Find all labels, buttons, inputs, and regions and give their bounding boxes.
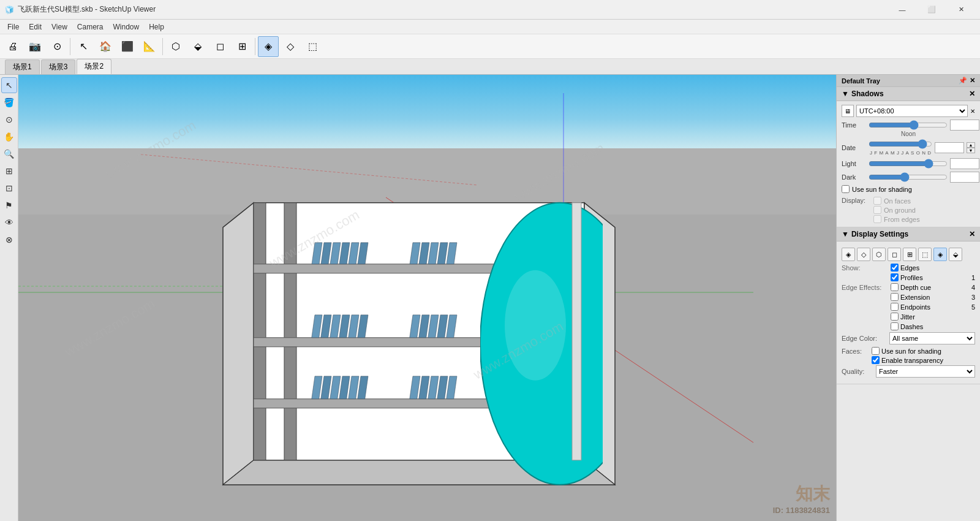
tb-style-hidden[interactable]: ⬚	[302, 36, 323, 57]
tool-paint[interactable]: 🪣	[1, 94, 17, 110]
tool-zoom-window[interactable]: ⊡	[1, 180, 17, 196]
time-input[interactable]: 13:30	[950, 120, 979, 131]
profiles-checkbox[interactable]	[891, 273, 899, 281]
jitter-checkbox[interactable]	[891, 313, 899, 321]
tb-home[interactable]: ⬛	[117, 36, 138, 57]
scene-tab-2[interactable]: 场景2	[77, 59, 111, 74]
viewport[interactable]: www.znzmo.com www.znzmo.com www.znzmo.co…	[18, 75, 836, 521]
on-ground-check[interactable]	[873, 206, 881, 214]
tb-print[interactable]: 🖨	[2, 36, 23, 57]
menu-help[interactable]: Help	[144, 21, 169, 32]
tool-select[interactable]: ↖	[1, 77, 17, 93]
light-row: Light 80 ▲ ▼	[842, 158, 975, 169]
scene-tab-3[interactable]: 场景3	[41, 59, 76, 74]
enable-transparency-checkbox[interactable]	[872, 356, 880, 364]
utc-close[interactable]: ✕	[970, 108, 975, 115]
endpoints-checkbox[interactable]	[891, 303, 899, 311]
menu-file[interactable]: File	[2, 21, 24, 32]
tb-style-shaded[interactable]: ◈	[258, 36, 279, 57]
dark-label: Dark	[842, 173, 866, 181]
light-slider[interactable]	[869, 159, 948, 168]
tb-top[interactable]: ⬡	[165, 36, 186, 57]
profiles-label[interactable]: Profiles	[891, 273, 923, 281]
tb-back[interactable]: ⊞	[232, 36, 252, 57]
from-edges-check[interactable]	[873, 215, 881, 223]
use-sun-shading-label[interactable]: Use sun for shading	[872, 347, 941, 355]
tb-box[interactable]: 📐	[139, 36, 160, 57]
close-button[interactable]: ✕	[947, 1, 975, 19]
display-settings-close[interactable]: ✕	[969, 230, 975, 238]
tb-select[interactable]: ↖	[73, 36, 94, 57]
tool-look-around[interactable]: 👁	[1, 215, 17, 230]
menu-camera[interactable]: Camera	[72, 21, 108, 32]
tool-walk[interactable]: ⚑	[1, 197, 17, 213]
sep2	[162, 38, 163, 55]
menu-window[interactable]: Window	[108, 21, 145, 32]
dark-input[interactable]: 45	[950, 172, 979, 183]
on-faces-label[interactable]: On faces	[873, 197, 920, 205]
enable-transparency-row: Enable transparency	[842, 356, 975, 364]
ds-icon-8[interactable]: ⬙	[949, 248, 962, 261]
from-edges-label[interactable]: From edges	[873, 215, 920, 223]
light-input[interactable]: 80	[950, 158, 979, 169]
jitter-label[interactable]: Jitter	[891, 313, 915, 321]
ds-icon-4[interactable]: ◻	[888, 248, 901, 261]
tb-iso[interactable]: ⬙	[187, 36, 208, 57]
on-ground-label[interactable]: On ground	[873, 206, 920, 214]
extension-label[interactable]: Extension	[891, 293, 930, 301]
time-slider[interactable]	[869, 121, 948, 129]
ds-icon-3[interactable]: ⬡	[872, 248, 886, 261]
ds-icon-1[interactable]: ◈	[842, 248, 855, 261]
tb-paint[interactable]: 🏠	[95, 36, 116, 57]
dashes-label[interactable]: Dashes	[891, 322, 923, 330]
dashes-checkbox[interactable]	[891, 322, 899, 330]
time-label: Time	[842, 121, 866, 129]
quality-select[interactable]: Faster Nicer Fastest	[876, 365, 975, 378]
depth-cue-label[interactable]: Depth cue	[891, 283, 931, 291]
tb-circle[interactable]: ⊙	[47, 36, 67, 57]
menu-view[interactable]: View	[47, 21, 72, 32]
ds-icon-2[interactable]: ◇	[857, 248, 870, 261]
date-down[interactable]: ▼	[967, 148, 975, 153]
ds-icon-7[interactable]: ◈	[933, 248, 947, 261]
app-title: 🧊 飞跃新生代SU模型.skb - SketchUp Viewer	[5, 4, 156, 15]
tool-zoom-extents[interactable]: ⊞	[1, 163, 17, 179]
edges-label[interactable]: Edges	[891, 264, 919, 272]
m-j2: J	[897, 150, 899, 156]
tray-close[interactable]: ✕	[970, 77, 975, 85]
date-slider[interactable]	[869, 140, 932, 148]
tool-pan[interactable]: ✋	[1, 129, 17, 145]
tool-orbit[interactable]: ⊙	[1, 112, 17, 127]
scene-tab-1[interactable]: 场景1	[5, 59, 40, 74]
ds-icon-5[interactable]: ⊞	[903, 248, 916, 261]
use-sun-label[interactable]: Use sun for shading	[842, 185, 975, 193]
dark-slider[interactable]	[869, 173, 948, 181]
extension-checkbox[interactable]	[891, 293, 899, 301]
tool-section[interactable]: ⊗	[1, 232, 17, 248]
default-tray-header: Default Tray 📌 ✕	[837, 75, 980, 87]
enable-transparency-label[interactable]: Enable transparency	[872, 356, 943, 364]
tb-style-wire[interactable]: ◇	[280, 36, 301, 57]
use-sun-shading-checkbox[interactable]	[872, 347, 880, 355]
endpoints-label[interactable]: Endpoints	[891, 303, 930, 311]
edge-effects-label: Edge Effects:	[842, 284, 891, 291]
tray-pin[interactable]: 📌	[959, 77, 967, 85]
timezone-select[interactable]: UTC+08:00	[856, 105, 968, 117]
use-sun-checkbox[interactable]	[842, 185, 850, 193]
date-input[interactable]: 11/08	[935, 142, 964, 153]
display-settings-header[interactable]: ▼ Display Settings ✕	[837, 227, 980, 241]
edges-checkbox[interactable]	[891, 264, 899, 272]
shadows-close[interactable]: ✕	[969, 89, 975, 98]
tool-zoom[interactable]: 🔍	[1, 146, 17, 162]
minimize-button[interactable]: —	[888, 1, 916, 19]
tb-front[interactable]: ◻	[209, 36, 230, 57]
ds-icon-6[interactable]: ⬚	[918, 248, 932, 261]
on-faces-check[interactable]	[873, 197, 881, 205]
tb-open[interactable]: 📷	[24, 36, 45, 57]
shadows-header[interactable]: ▼ Shadows ✕	[837, 87, 980, 101]
menu-edit[interactable]: Edit	[24, 21, 47, 32]
maximize-button[interactable]: ⬜	[918, 1, 946, 19]
date-up[interactable]: ▲	[967, 142, 975, 148]
depth-cue-checkbox[interactable]	[891, 283, 899, 291]
edge-color-select[interactable]: All same	[889, 332, 975, 344]
